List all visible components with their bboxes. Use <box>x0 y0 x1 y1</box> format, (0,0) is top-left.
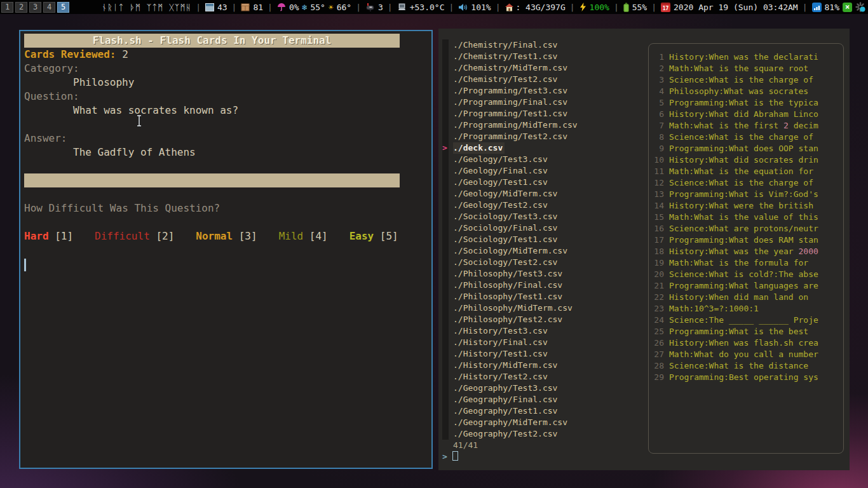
file-list-item[interactable]: ./Philosophy/Test1.csv <box>438 291 648 302</box>
file-list-item[interactable]: >./deck.csv <box>438 142 648 154</box>
gutter <box>442 268 449 280</box>
gutter <box>442 39 449 51</box>
preview-line: 26History:When was flash.sh crea <box>649 337 843 349</box>
file-list-item[interactable]: ./History/MidTerm.csv <box>438 360 648 371</box>
file-list-item[interactable]: ./Geography/Test1.csv <box>438 405 648 417</box>
workspace-button-5[interactable]: 5 <box>57 2 69 13</box>
file-list-item[interactable]: ./Philosophy/Test2.csv <box>438 314 648 325</box>
preview-line: 3Science:What is the charge of <box>649 74 843 86</box>
preview-line: 7Math:what is the first 2 decim <box>649 120 843 132</box>
file-list-item[interactable]: ./History/Test2.csv <box>438 371 648 383</box>
file-list-item[interactable]: ./Philosophy/Test3.csv <box>438 268 648 280</box>
file-list-item[interactable]: ./Sociology/Test2.csv <box>438 257 648 268</box>
file-list-item[interactable]: ./Chemistry/Final.csv <box>438 39 648 51</box>
blank-line <box>24 215 428 229</box>
workspace-button-4[interactable]: 4 <box>43 2 55 13</box>
file-list-item[interactable]: ./History/Final.csv <box>438 337 648 348</box>
file-list: ./Chemistry/Final.csv./Chemistry/Test1.c… <box>438 39 648 440</box>
terminal-cursor-row[interactable] <box>24 257 428 271</box>
difficulty-option-easy[interactable]: Easy [5] <box>349 229 398 243</box>
file-list-item[interactable]: ./Geography/Final.csv <box>438 394 648 405</box>
preview-line: 27Math:What do you call a number <box>649 349 843 360</box>
separator: | <box>356 3 361 12</box>
file-list-item[interactable]: ./History/Test1.csv <box>438 348 648 360</box>
file-list-item[interactable]: ./Geology/Test1.csv <box>438 177 648 188</box>
file-list-item[interactable]: ./Chemistry/Test2.csv <box>438 74 648 85</box>
file-list-item[interactable]: ./Geology/Test2.csv <box>438 200 648 211</box>
match-count: 41/41 <box>453 440 478 451</box>
temp-high: 66° <box>337 3 351 12</box>
file-list-item[interactable]: ./Sociology/Final.csv <box>438 222 648 234</box>
file-list-item[interactable]: ./Geography/Test3.csv <box>438 383 648 394</box>
rain-chance: 0% <box>289 3 299 12</box>
snowflake-icon: ❄ <box>302 3 308 12</box>
preview-line-number: 24 <box>649 315 664 326</box>
difficulty-label: Hard <box>24 230 49 242</box>
preview-pane: 1History:When was the declarati2Math:Wha… <box>648 43 844 454</box>
file-name: ./Programming/Test2.csv <box>453 131 567 142</box>
preview-line: 21Programming:What languages are <box>649 280 843 292</box>
preview-line-text: History:When did man land on <box>669 292 808 303</box>
file-list-item[interactable]: ./Geology/Test3.csv <box>438 154 648 165</box>
flash-title-bar: Flash.sh - Flash Cards In Your Terminal <box>24 34 400 48</box>
preview-line-number: 6 <box>649 109 664 120</box>
separator: | <box>651 3 656 12</box>
mouse-cursor-ibeam <box>135 114 143 127</box>
preview-line: 9Programming:What does OOP stan <box>649 143 843 154</box>
package-segment: 81 <box>241 3 263 12</box>
separator: | <box>496 3 501 12</box>
difficulty-option-normal[interactable]: Normal [3] <box>196 229 257 243</box>
green-x-tray-icon[interactable]: × <box>843 3 852 12</box>
file-list-item[interactable]: ./Sociology/Test3.csv <box>438 211 648 222</box>
file-list-item[interactable]: ./Geography/MidTerm.csv <box>438 417 648 428</box>
file-list-item[interactable]: ./Programming/Test2.csv <box>438 131 648 142</box>
status-segments: ᚾᚱᛁᛏ ᚦᛗ ᛉᛏᛗ ᚷᛉᛗᚺ | 43 | 81 | 0% ❄ 55° ☀ … <box>102 2 868 12</box>
spinner-tray-icon[interactable] <box>855 2 865 12</box>
preview-line: 19Math:What is the formula for <box>649 257 843 269</box>
difficulty-option-hard[interactable]: Hard [1] <box>24 229 73 243</box>
file-list-item[interactable]: ./Philosophy/Final.csv <box>438 280 648 291</box>
file-name: ./Geology/Test2.csv <box>453 200 548 211</box>
gutter <box>442 234 449 245</box>
preview-line-text: Philosophy:What was socrates <box>669 86 808 97</box>
preview-line: 20Science:What is cold?:The abse <box>649 269 843 280</box>
preview-line: 12Science:What is the charge of <box>649 177 843 189</box>
preview-line-text: Programming:What does RAM stan <box>669 234 818 246</box>
window-icon <box>205 3 214 11</box>
file-list-item[interactable]: ./Programming/Final.csv <box>438 97 648 108</box>
file-list-item[interactable]: ./Philosophy/MidTerm.csv <box>438 302 648 314</box>
difficulty-option-mild[interactable]: Mild [4] <box>279 229 328 243</box>
file-name: ./Programming/Test3.csv <box>453 85 567 97</box>
workspace-button-1[interactable]: 1 <box>1 2 13 13</box>
signal-tray-icon[interactable] <box>812 3 822 12</box>
file-name: ./Geography/Test1.csv <box>453 405 557 417</box>
file-list-item[interactable]: ./Sociology/MidTerm.csv <box>438 245 648 257</box>
preview-line: 10History:What did socrates drin <box>649 154 843 166</box>
file-list-item[interactable]: ./Programming/MidTerm.csv <box>438 119 648 131</box>
preview-line-text: Math:What do you call a number <box>669 349 818 360</box>
preview-line-text: Math:What is the formula for <box>669 257 808 269</box>
file-list-item[interactable]: ./Programming/Test1.csv <box>438 108 648 119</box>
file-list-item[interactable]: ./Chemistry/Test1.csv <box>438 51 648 62</box>
difficulty-option-difficult[interactable]: Difficult [2] <box>95 229 174 243</box>
file-name: ./Chemistry/Final.csv <box>453 39 557 51</box>
file-list-item[interactable]: ./Chemistry/MidTerm.csv <box>438 62 648 74</box>
file-list-item[interactable]: ./History/Test3.csv <box>438 325 648 337</box>
file-list-item[interactable]: ./Geography/Test2.csv <box>438 428 648 440</box>
file-list-item[interactable]: ./Geology/Final.csv <box>438 165 648 177</box>
gutter <box>442 200 449 211</box>
fzf-prompt-row[interactable]: > <box>442 451 458 463</box>
file-name: ./Philosophy/Test1.csv <box>453 291 562 302</box>
workspace-button-2[interactable]: 2 <box>15 2 27 13</box>
rune-text: ᚾᚱᛁᛏ ᚦᛗ ᛉᛏᛗ ᚷᛉᛗᚺ <box>102 3 191 12</box>
workspace-button-3[interactable]: 3 <box>29 2 41 13</box>
file-list-item[interactable]: ./Geology/MidTerm.csv <box>438 188 648 200</box>
preview-line-text: Science:What is the distance <box>669 360 808 372</box>
preview-line-number: 17 <box>649 234 664 246</box>
file-list-item[interactable]: ./Programming/Test3.csv <box>438 85 648 97</box>
gutter <box>442 383 449 394</box>
file-list-item[interactable]: ./Sociology/Test1.csv <box>438 234 648 245</box>
gutter <box>442 108 449 119</box>
preview-line: 24Science:The _____ ______ Proje <box>649 315 843 326</box>
mail-count: 3 <box>378 3 383 12</box>
